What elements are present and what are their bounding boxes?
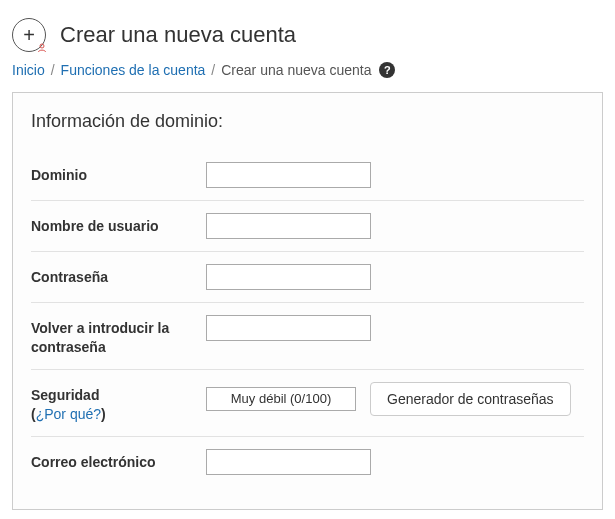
user-subicon — [37, 43, 47, 53]
plus-icon: + — [23, 25, 35, 45]
add-account-icon: + — [12, 18, 46, 52]
row-repassword: Volver a introducir la contraseña — [31, 303, 584, 370]
label-username: Nombre de usuario — [31, 213, 206, 236]
why-link[interactable]: ¿Por qué? — [36, 406, 101, 422]
row-domain: Dominio — [31, 150, 584, 201]
domain-info-panel: Información de dominio: Dominio Nombre d… — [12, 92, 603, 510]
row-password: Contraseña — [31, 252, 584, 303]
label-security-text: Seguridad — [31, 387, 99, 403]
help-icon[interactable]: ? — [379, 62, 395, 78]
label-repassword: Volver a introducir la contraseña — [31, 315, 206, 357]
why-close: ) — [101, 406, 106, 422]
password-strength-meter: Muy débil (0/100) — [206, 387, 356, 411]
repassword-input[interactable] — [206, 315, 371, 341]
breadcrumb-account-functions[interactable]: Funciones de la cuenta — [61, 62, 206, 78]
row-username: Nombre de usuario — [31, 201, 584, 252]
label-email: Correo electrónico — [31, 449, 206, 472]
breadcrumb-home[interactable]: Inicio — [12, 62, 45, 78]
breadcrumb-current: Crear una nueva cuenta — [221, 62, 371, 78]
email-input[interactable] — [206, 449, 371, 475]
breadcrumb-sep: / — [211, 62, 215, 78]
section-title: Información de dominio: — [31, 111, 584, 132]
row-email: Correo electrónico — [31, 437, 584, 487]
row-security: Seguridad (¿Por qué?) Muy débil (0/100) … — [31, 370, 584, 437]
password-generator-button[interactable]: Generador de contraseñas — [370, 382, 571, 416]
svg-point-0 — [40, 44, 44, 48]
label-password: Contraseña — [31, 264, 206, 287]
username-input[interactable] — [206, 213, 371, 239]
password-input[interactable] — [206, 264, 371, 290]
domain-input[interactable] — [206, 162, 371, 188]
page-header: + Crear una nueva cuenta — [0, 0, 615, 62]
page-title: Crear una nueva cuenta — [60, 22, 296, 48]
label-security: Seguridad (¿Por qué?) — [31, 382, 206, 424]
breadcrumb-sep: / — [51, 62, 55, 78]
breadcrumb: Inicio / Funciones de la cuenta / Crear … — [0, 62, 615, 92]
label-domain: Dominio — [31, 162, 206, 185]
